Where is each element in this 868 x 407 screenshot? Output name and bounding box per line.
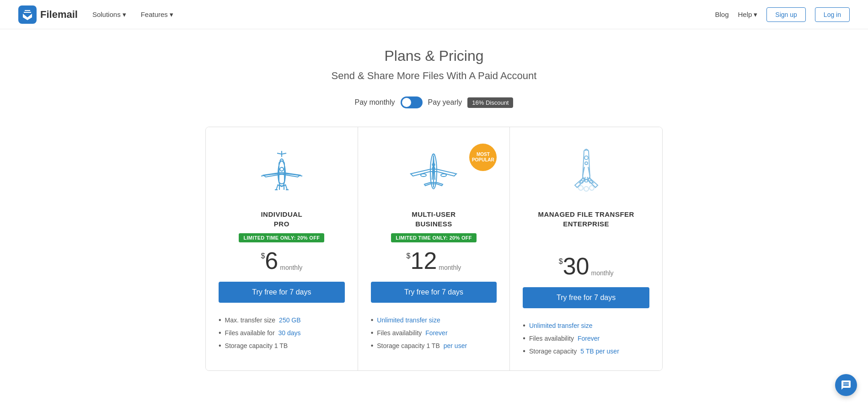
- nav-solutions[interactable]: Solutions ▾: [92, 11, 126, 19]
- svg-line-7: [285, 184, 287, 190]
- logo-text: Filemail: [40, 9, 78, 21]
- signup-button[interactable]: Sign up: [766, 7, 805, 22]
- page-title: Plans & Pricing: [169, 48, 699, 64]
- plan-icon-enterprise: [559, 142, 614, 201]
- main-content: Plans & Pricing Send & Share More Files …: [160, 29, 708, 398]
- price-amount-2: 12: [411, 249, 437, 273]
- plan-sub-1: PRO: [274, 220, 289, 228]
- price-amount-1: 6: [265, 249, 278, 273]
- svg-point-15: [441, 174, 446, 177]
- limited-badge-1: LIMITED TIME ONLY: 20% OFF: [239, 233, 324, 242]
- page-subtitle: Send & Share More Files With A Paid Acco…: [169, 70, 699, 82]
- features-list-1: Max. transfer size 250 GB Files availabl…: [219, 314, 345, 352]
- price-period-2: monthly: [439, 264, 461, 271]
- plan-card-individual: INDIVIDUAL PRO LIMITED TIME ONLY: 20% OF…: [206, 127, 358, 370]
- price-block-3: $ 30 monthly: [559, 254, 614, 278]
- svg-point-5: [280, 167, 284, 171]
- cta-button-3[interactable]: Try free for 7 days: [523, 287, 649, 308]
- discount-badge: 16% Discount: [467, 97, 513, 108]
- feature-item: Storage capacity 1 TB: [219, 339, 345, 352]
- price-amount-3: 30: [563, 254, 589, 278]
- plan-name-1: INDIVIDUAL: [261, 210, 302, 218]
- logo-link[interactable]: Filemail: [18, 5, 78, 24]
- most-popular-badge: MOST POPULAR: [469, 144, 497, 171]
- plan-sub-3: ENTERPRISE: [563, 220, 609, 228]
- features-list-2: Unlimited transfer size Files availabili…: [371, 314, 497, 352]
- feature-item: Files availability Forever: [523, 332, 649, 345]
- feature-item: Files available for 30 days: [219, 327, 345, 339]
- feature-item: Files availability Forever: [371, 327, 497, 339]
- nav-right: Blog Help ▾ Sign up Log in: [715, 7, 850, 22]
- features-list-3: Unlimited transfer size Files availabili…: [523, 319, 649, 358]
- nav-help[interactable]: Help ▾: [738, 11, 758, 19]
- svg-point-14: [421, 174, 426, 177]
- plan-icon-individual: [254, 142, 309, 201]
- pay-monthly-label: Pay monthly: [355, 98, 395, 107]
- svg-point-20: [584, 156, 588, 160]
- cta-button-1[interactable]: Try free for 7 days: [219, 282, 345, 303]
- logo-icon: [18, 5, 37, 24]
- feature-item: Storage capacity 1 TB per user: [371, 339, 497, 352]
- price-dollar-3: $: [559, 258, 563, 265]
- price-period-3: monthly: [591, 270, 614, 276]
- price-block-2: $ 12 monthly: [407, 249, 461, 273]
- nav-blog[interactable]: Blog: [715, 11, 729, 18]
- plan-icon-business: [406, 142, 461, 201]
- plan-card-business: MOST POPULAR: [358, 127, 510, 370]
- pricing-grid: INDIVIDUAL PRO LIMITED TIME ONLY: 20% OF…: [205, 127, 663, 371]
- price-dollar-1: $: [261, 252, 265, 260]
- plan-name-2: MULTI-USER: [412, 210, 455, 218]
- svg-point-25: [589, 186, 594, 190]
- feature-item: Unlimited transfer size: [523, 319, 649, 332]
- pay-yearly-label: Pay yearly: [428, 98, 462, 107]
- nav-left: Filemail Solutions ▾ Features ▾: [18, 5, 173, 24]
- plan-card-enterprise: MANAGED FILE TRANSFER ENTERPRISE $ 30 mo…: [510, 127, 662, 370]
- price-block-1: $ 6 monthly: [261, 249, 302, 273]
- plan-name-3: MANAGED FILE TRANSFER: [538, 210, 634, 218]
- svg-point-24: [579, 186, 583, 190]
- limited-badge-2: LIMITED TIME ONLY: 20% OFF: [391, 233, 477, 242]
- feature-item: Unlimited transfer size: [371, 314, 497, 327]
- chat-icon: [841, 380, 852, 391]
- svg-line-2: [277, 153, 282, 154]
- nav-features[interactable]: Features ▾: [141, 11, 173, 19]
- plan-sub-2: BUSINESS: [415, 220, 452, 228]
- chat-widget[interactable]: [835, 374, 857, 396]
- svg-point-26: [584, 187, 589, 191]
- billing-toggle-row: Pay monthly Pay yearly 16% Discount: [169, 96, 699, 108]
- login-button[interactable]: Log in: [815, 7, 850, 22]
- price-dollar-2: $: [407, 252, 411, 260]
- billing-toggle-switch[interactable]: [401, 96, 423, 108]
- svg-line-3: [282, 153, 286, 154]
- cta-button-2[interactable]: Try free for 7 days: [371, 282, 497, 303]
- price-period-1: monthly: [280, 264, 302, 271]
- navbar: Filemail Solutions ▾ Features ▾ Blog Hel…: [0, 0, 868, 29]
- feature-item: Max. transfer size 250 GB: [219, 314, 345, 327]
- svg-line-6: [276, 184, 278, 190]
- logo-svg: [22, 9, 33, 20]
- svg-point-21: [585, 162, 588, 165]
- feature-item: Storage capacity 5 TB per user: [523, 345, 649, 358]
